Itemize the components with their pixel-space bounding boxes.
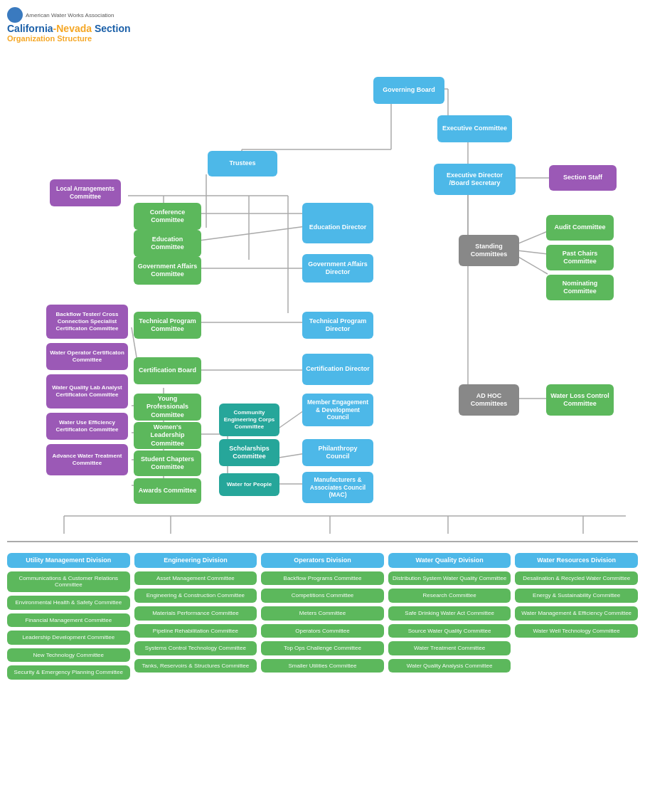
philanthropy-council-node: Philanthropy Council (302, 439, 373, 466)
water-well-tech: Water Well Technology Committee (515, 624, 638, 638)
comm-customer-relations: Communications & Customer Relations Comm… (7, 571, 130, 592)
pipeline-rehab: Pipeline Rehabilitation Committee (134, 624, 257, 638)
new-tech: New Technology Committee (7, 648, 130, 663)
operators-committee: Operators Committee (261, 624, 384, 638)
gov-affairs-director-node: Government Affairs Director (302, 254, 373, 283)
engineering-division: Engineering Division Asset Management Co… (134, 553, 257, 680)
asset-mgmt: Asset Management Committee (134, 571, 257, 586)
education-director-node: Education Director (302, 212, 373, 243)
water-mgmt-efficiency: Water Management & Efficiency Committee (515, 606, 638, 621)
education-committee-node: Education Committee (134, 230, 201, 257)
tech-program-director-node: Technical Program Director (302, 312, 373, 339)
scholarships-node: Scholarships Committee (219, 439, 279, 466)
awards-committee-node: Awards Committee (134, 478, 201, 504)
section-staff-node: Section Staff (549, 165, 617, 191)
advance-water-node: Advance Water Treatment Committee (46, 444, 128, 475)
operators-division: Operators Division Backflow Programs Com… (261, 553, 384, 680)
awwa-text: American Water Works Association (26, 12, 114, 19)
operators-division-title: Operators Division (261, 553, 384, 568)
water-resources-division: Water Resources Division Desalination & … (515, 553, 638, 680)
womens-leadership-node: Women's Leadership Committee (134, 422, 201, 449)
water-treatment: Water Treatment Committee (388, 641, 511, 655)
top-ops-challenge: Top Ops Challenge Committee (261, 641, 384, 655)
manufacturers-node: Manufacturers & Associates Council (MAC) (302, 472, 373, 503)
competitions: Competitions Committee (261, 589, 384, 603)
research: Research Committee (388, 589, 511, 603)
gov-affairs-committee-node: Government Affairs Committee (134, 256, 201, 285)
tanks-reservoirs: Tanks, Reservoirs & Structures Committee (134, 659, 257, 673)
water-for-people-node: Water for People (219, 473, 279, 496)
env-health-safety: Environmental Health & Safety Committee (7, 596, 130, 610)
utility-management-division: Utility Management Division Communicatio… (7, 553, 130, 680)
svg-line-18 (199, 226, 306, 241)
cert-board-node: Certification Board (134, 357, 201, 384)
water-operator-node: Water Operator Certificaton Committee (46, 343, 128, 370)
trustees-node: Trustees (208, 151, 277, 176)
backflow-programs: Backflow Programs Committee (261, 571, 384, 586)
utility-mgmt-title: Utility Management Division (7, 553, 130, 568)
financial-mgmt: Financial Management Committee (7, 613, 130, 628)
executive-director-node: Executive Director /Board Secretary (434, 164, 516, 195)
divisions-row: Utility Management Division Communicatio… (7, 553, 638, 680)
dist-system-wq: Distribution System Water Quality Commit… (388, 571, 511, 586)
audit-committee-node: Audit Committee (546, 215, 614, 241)
energy-sustainability: Energy & Sustainability Committee (515, 589, 638, 603)
leadership-dev: Leadership Development Committee (7, 631, 130, 645)
young-professionals-node: Young Professionals Committee (134, 394, 201, 421)
logo-area: American Water Works Association Califor… (7, 7, 131, 43)
water-quality-analysis: Water Quality Analysis Committee (388, 659, 511, 673)
awwa-logo-icon (7, 7, 23, 23)
header: American Water Works Association Califor… (7, 7, 638, 43)
community-engineering-node: Community Engineering Corps Committee (219, 404, 279, 436)
conference-committee-node: Conference Committee (134, 203, 201, 230)
standing-committees-node: Standing Committees (459, 235, 519, 266)
student-chapters-node: Student Chapters Committee (134, 450, 201, 476)
org-name: California-Nevada Section (7, 23, 131, 34)
water-quality-division: Water Quality Division Distribution Syst… (388, 553, 511, 680)
bottom-divisions: Utility Management Division Communicatio… (7, 541, 638, 680)
chart-area: Governing Board Executive Committee Exec… (7, 50, 638, 534)
member-engagement-node: Member Engagement & Development Council (302, 394, 373, 426)
materials-perf: Materials Performance Committee (134, 606, 257, 621)
tech-program-committee-node: Technical Program Committee (134, 312, 201, 339)
meters: Meters Committee (261, 606, 384, 621)
desalination-recycled: Desalination & Recycled Water Committee (515, 571, 638, 586)
past-chairs-node: Past Chairs Committee (546, 245, 614, 270)
local-arrangements-node: Local Arrangements Committee (50, 179, 121, 206)
water-quality-division-title: Water Quality Division (388, 553, 511, 568)
engineering-division-title: Engineering Division (134, 553, 257, 568)
water-loss-control-node: Water Loss Control Committee (546, 384, 614, 416)
eng-construction: Engineering & Construction Committee (134, 589, 257, 603)
cert-director-node: Certification Director (302, 354, 373, 385)
safe-drinking-water: Safe Drinking Water Act Committee (388, 606, 511, 621)
water-use-efficiency-node: Water Use Efficiency Certificaton Commit… (46, 413, 128, 440)
water-quality-lab-node: Water Quality Lab Analyst Certificaton C… (46, 374, 128, 408)
org-chart-container: American Water Works Association Califor… (0, 0, 645, 692)
security-emergency: Security & Emergency Planning Committee (7, 665, 130, 680)
water-resources-division-title: Water Resources Division (515, 553, 638, 568)
source-water-quality: Source Water Quality Committee (388, 624, 511, 638)
governing-board-node: Governing Board (373, 77, 444, 104)
adhoc-committees-node: AD HOC Committees (459, 384, 519, 416)
nominating-node: Nominating Committee (546, 275, 614, 300)
executive-committee-node: Executive Committee (437, 115, 512, 142)
backflow-tester-node: Backflow Tester/ Cross Connection Specia… (46, 305, 128, 339)
org-structure-label: Organization Structure (7, 34, 131, 43)
systems-control: Systems Control Technology Committee (134, 641, 257, 655)
smaller-utilities: Smaller Utilities Committee (261, 659, 384, 673)
